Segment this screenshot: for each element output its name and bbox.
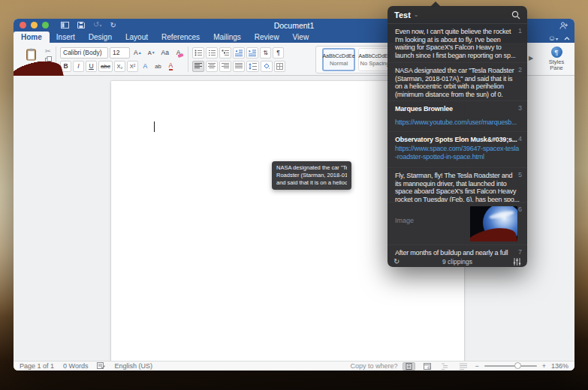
clipping-number: 3 xyxy=(518,104,522,112)
tab-insert[interactable]: Insert xyxy=(50,32,82,43)
borders-icon[interactable]: ▾ xyxy=(274,61,285,72)
font-group: Calibri (Body)▾ 12▾ A▲ A▼ Aa▾ A B I U▾ a… xyxy=(60,45,184,74)
minimize-button[interactable] xyxy=(31,22,38,28)
zoom-slider[interactable] xyxy=(484,365,537,367)
paste-clipboard-icon xyxy=(26,48,37,64)
clipping-number: 2 xyxy=(518,66,522,74)
clipping-number: 4 xyxy=(518,135,522,142)
tab-layout[interactable]: Layout xyxy=(119,32,155,43)
clear-formatting-button[interactable]: A xyxy=(173,47,184,58)
clipping-link[interactable]: https://www.space.com/39647-spacex-tesla… xyxy=(395,145,520,161)
clipping-item[interactable]: Fly, Starman, fly! The Tesla Roadster an… xyxy=(387,168,527,202)
clipping-preview-tooltip: NASA designated the car "Tesla Roadster … xyxy=(272,161,351,190)
italic-button[interactable]: I xyxy=(73,61,84,72)
close-button[interactable] xyxy=(20,22,26,28)
pinboard-title[interactable]: Test xyxy=(394,10,411,20)
align-left-icon[interactable] xyxy=(192,61,204,72)
text-effects-button[interactable]: A▾ xyxy=(140,61,151,72)
styles-scroll-arrow-icon[interactable]: ▶ xyxy=(529,55,533,62)
zoom-out-button[interactable]: − xyxy=(475,362,478,370)
tab-home[interactable]: Home xyxy=(14,32,50,43)
tab-references[interactable]: References xyxy=(155,32,207,43)
clipping-item[interactable]: NASA designated the car "Tesla Roadster … xyxy=(387,63,527,101)
tab-design[interactable]: Design xyxy=(82,32,119,43)
subscript-button[interactable]: X₂ xyxy=(114,61,125,72)
page-count[interactable]: Page 1 of 1 xyxy=(20,362,54,370)
sidebar-toggle-icon[interactable] xyxy=(61,22,69,28)
numbering-icon[interactable]: ▾ xyxy=(206,47,218,58)
strikethrough-button[interactable]: abc xyxy=(98,61,113,72)
change-case-button[interactable]: Aa▾ xyxy=(159,47,171,58)
decrease-indent-icon[interactable] xyxy=(233,47,245,58)
status-bar: Page 1 of 1 0 Words English (US) Copy to… xyxy=(14,361,574,370)
highlight-button[interactable]: ab▾ xyxy=(152,61,164,72)
search-icon[interactable] xyxy=(511,10,520,20)
font-color-button[interactable]: A▾ xyxy=(165,61,176,72)
copy-hint-text: Copy to where? xyxy=(350,362,397,370)
draft-view-button[interactable] xyxy=(457,362,469,370)
clipping-number: 5 xyxy=(518,171,522,178)
shading-bucket-icon[interactable]: ▾ xyxy=(261,61,273,72)
zoom-in-button[interactable]: + xyxy=(542,362,546,370)
collapse-ribbon-icon[interactable] xyxy=(564,34,570,42)
clipping-item[interactable]: Even now, I can't quite believe the rock… xyxy=(387,24,527,63)
clipping-item[interactable]: Marques Brownlee https://www.youtube.com… xyxy=(387,101,527,132)
cut-icon[interactable]: ✂ xyxy=(45,48,52,55)
clipping-number: 6 xyxy=(518,206,522,213)
zoom-button[interactable] xyxy=(42,22,49,28)
font-name-combo[interactable]: Calibri (Body)▾ xyxy=(60,47,108,58)
tab-mailings[interactable]: Mailings xyxy=(207,32,248,43)
styles-pane-icon: ¶ xyxy=(551,46,562,58)
align-right-icon[interactable] xyxy=(219,61,231,72)
justify-icon[interactable] xyxy=(233,61,245,72)
language-status[interactable]: English (US) xyxy=(114,362,152,370)
word-count[interactable]: 0 Words xyxy=(63,362,88,370)
tooltip-line: NASA designated the car "Tesla xyxy=(276,164,347,172)
chevron-down-icon[interactable]: ⌄ xyxy=(414,11,419,18)
shrink-font-button[interactable]: A▼ xyxy=(146,47,158,58)
zoom-percentage: 136% xyxy=(551,362,568,370)
underline-button[interactable]: U▾ xyxy=(86,61,97,72)
clippings-count: 9 clippings xyxy=(387,258,527,266)
outline-view-button[interactable] xyxy=(439,362,451,370)
style-no-spacing[interactable]: AaBbCcDdEe No Spacing xyxy=(358,48,391,71)
save-icon[interactable] xyxy=(77,22,85,28)
line-spacing-icon[interactable]: ▾ xyxy=(246,61,259,72)
tooltip-line: and said that it is on a heliocent... xyxy=(276,179,347,187)
traffic-lights xyxy=(20,22,49,28)
popover-footer: ↻ 9 clippings xyxy=(387,256,527,267)
proofing-icon[interactable] xyxy=(97,362,105,370)
clipping-number: 7 xyxy=(518,248,522,256)
multilevel-list-icon[interactable]: ▾ xyxy=(219,47,231,58)
style-normal[interactable]: AaBbCcDdEe Normal xyxy=(322,48,355,71)
clipping-image-thumbnail xyxy=(470,206,517,242)
popover-header: Test ⌄ xyxy=(387,6,527,24)
increase-indent-icon[interactable] xyxy=(246,47,258,58)
superscript-button[interactable]: X² xyxy=(127,61,138,72)
sort-icon[interactable]: ⇅ xyxy=(260,47,271,58)
redo-icon[interactable]: ↻ xyxy=(110,22,116,29)
tab-view[interactable]: View xyxy=(286,32,316,43)
feedback-smiley-icon[interactable]: ☺▾ xyxy=(548,34,558,42)
zoom-slider-knob[interactable] xyxy=(514,362,521,369)
clipping-item[interactable]: Image 6 xyxy=(387,202,527,245)
undo-icon[interactable]: ↺▾ xyxy=(93,21,101,29)
grow-font-button[interactable]: A▲ xyxy=(131,47,144,58)
web-layout-view-button[interactable] xyxy=(421,362,433,370)
font-size-combo[interactable]: 12▾ xyxy=(110,47,130,58)
share-person-add-icon[interactable] xyxy=(559,19,568,32)
clipping-item[interactable]: Observatory Spots Elon Musk&#039;s... ht… xyxy=(387,132,527,168)
align-center-icon[interactable] xyxy=(206,61,218,72)
tab-review[interactable]: Review xyxy=(248,32,286,43)
styles-pane-button[interactable]: ¶ Styles Pane xyxy=(541,45,572,71)
tooltip-line: Roadster (Starman, 2018-017A)," xyxy=(276,172,347,179)
text-cursor xyxy=(154,122,155,132)
bullets-icon[interactable]: ▾ xyxy=(192,47,204,58)
clipping-link[interactable]: https://www.youtube.com/user/marquesb... xyxy=(395,118,520,127)
show-paragraph-marks-icon[interactable]: ¶ xyxy=(273,47,284,58)
clipping-number: 1 xyxy=(518,27,522,34)
paragraph-group: ▾ ▾ ▾ ⇅ ¶ ▾ ▾ ▾ xyxy=(192,45,285,74)
print-layout-view-button[interactable] xyxy=(403,362,415,370)
clipboard-popover: Test ⌄ Even now, I can't quite believe t… xyxy=(387,6,527,267)
